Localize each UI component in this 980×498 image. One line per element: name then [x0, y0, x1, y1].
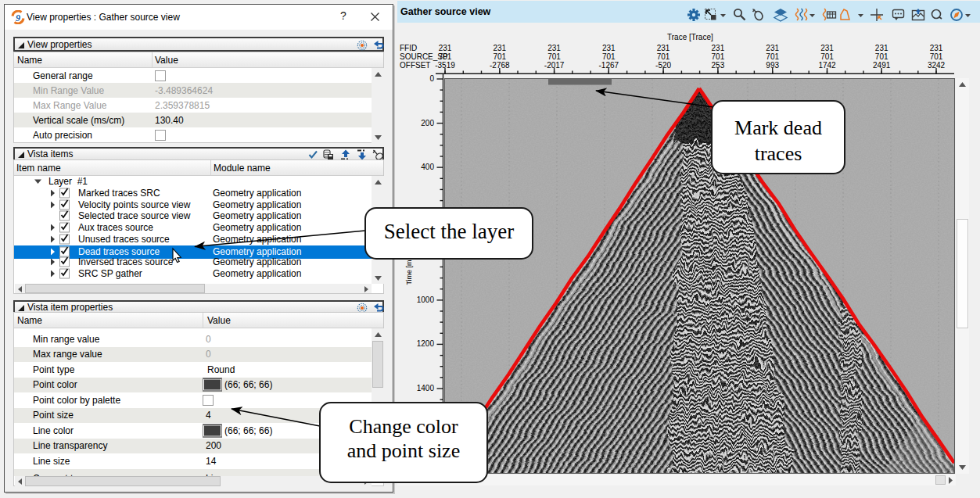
svg-text:9: 9: [16, 13, 20, 23]
